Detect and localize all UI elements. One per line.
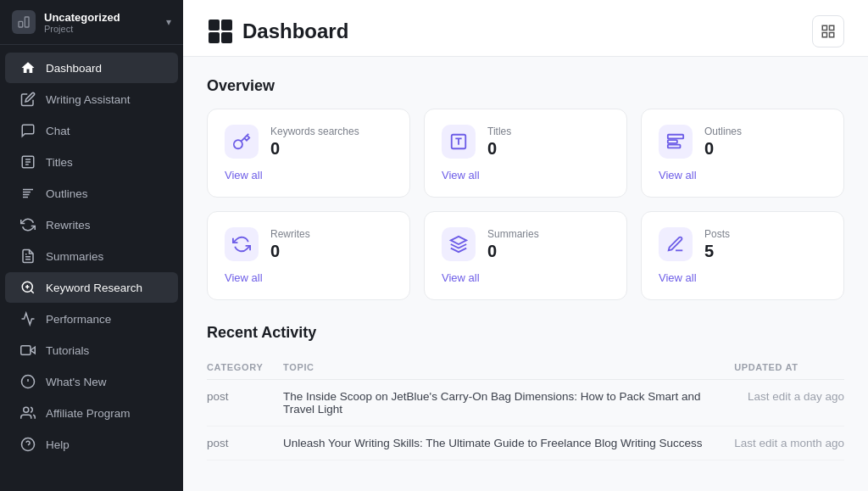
performance-icon — [19, 311, 37, 326]
column-topic: TOPIC — [283, 355, 734, 380]
sidebar-item-rewrites[interactable]: Rewrites — [5, 209, 178, 240]
card-value: 0 — [704, 139, 826, 159]
svg-rect-23 — [668, 135, 683, 139]
grid-view-button[interactable] — [812, 15, 844, 47]
project-selector[interactable]: Uncategorized Project ▾ — [0, 0, 183, 45]
titles-card-icon — [442, 125, 476, 159]
page-header: Dashboard — [183, 0, 868, 57]
card-label: Titles — [487, 126, 609, 137]
sidebar-item-dashboard[interactable]: Dashboard — [5, 53, 178, 83]
view-all-link[interactable]: View all — [442, 271, 609, 284]
home-icon — [19, 60, 37, 75]
view-all-link[interactable]: View all — [225, 271, 392, 284]
help-icon — [19, 437, 37, 452]
card-value: 0 — [487, 242, 609, 261]
table-row: post Unleash Your Writing Skills: The Ul… — [207, 427, 844, 460]
row-topic: Unleash Your Writing Skills: The Ultimat… — [283, 427, 734, 460]
overview-cards-grid: Keywords searches 0 View all Titles 0 — [207, 109, 844, 300]
page-title: Dashboard — [207, 18, 348, 45]
card-label: Outlines — [704, 126, 826, 137]
sidebar-item-label: Keyword Research — [46, 282, 164, 294]
svg-rect-17 — [221, 32, 232, 43]
sidebar-item-label: Chat — [46, 125, 164, 137]
sidebar-item-chat[interactable]: Chat — [5, 115, 178, 146]
overview-section-title: Overview — [207, 77, 844, 95]
project-sub: Project — [44, 24, 166, 34]
sidebar-item-tutorials[interactable]: Tutorials — [5, 335, 178, 365]
svg-rect-7 — [21, 346, 31, 355]
main-content: Dashboard Overview Keywords searches — [183, 0, 868, 491]
titles-icon — [19, 154, 37, 170]
outlines-card-icon — [659, 125, 693, 159]
posts-card-icon — [659, 227, 693, 261]
main-body: Overview Keywords searches 0 View all — [183, 57, 868, 491]
card-label: Rewrites — [270, 228, 392, 240]
sidebar-item-label: Outlines — [46, 187, 164, 200]
sidebar-item-label: Help — [46, 438, 164, 451]
svg-rect-21 — [830, 33, 834, 37]
view-all-link[interactable]: View all — [659, 271, 826, 284]
svg-marker-6 — [31, 347, 35, 354]
card-summaries: Summaries 0 View all — [424, 211, 627, 300]
sidebar-item-label: Dashboard — [46, 62, 164, 75]
card-label: Keywords searches — [270, 126, 392, 137]
view-all-link[interactable]: View all — [442, 169, 609, 181]
sidebar-item-keyword-research[interactable]: Keyword Research — [5, 272, 178, 303]
summaries-card-icon — [442, 227, 476, 261]
view-all-link[interactable]: View all — [225, 169, 392, 181]
card-value: 0 — [487, 139, 609, 159]
sidebar-item-affiliate-program[interactable]: Affiliate Program — [5, 398, 178, 428]
sidebar-item-label: Affiliate Program — [46, 407, 164, 420]
svg-rect-19 — [830, 25, 834, 30]
svg-rect-14 — [209, 20, 220, 31]
card-rewrites: Rewrites 0 View all — [207, 211, 410, 300]
rewrites-card-icon — [225, 227, 259, 261]
rewrites-icon — [19, 217, 37, 232]
outlines-icon — [19, 186, 37, 201]
card-keywords: Keywords searches 0 View all — [207, 109, 410, 198]
sidebar-item-titles[interactable]: Titles — [5, 147, 178, 177]
sidebar-item-label: What's New — [46, 376, 164, 388]
whats-new-icon — [19, 374, 37, 389]
chat-icon — [19, 123, 37, 138]
svg-rect-18 — [822, 25, 826, 30]
recent-activity-section: Recent Activity CATEGORY TOPIC UPDATED A… — [207, 324, 844, 460]
svg-rect-20 — [822, 33, 826, 37]
sidebar-item-outlines[interactable]: Outlines — [5, 178, 178, 209]
row-category: post — [207, 427, 283, 460]
sidebar-item-label: Performance — [46, 313, 164, 326]
card-titles: Titles 0 View all — [424, 109, 627, 198]
svg-rect-25 — [668, 145, 681, 148]
sidebar-item-writing-assistant[interactable]: Writing Assistant — [5, 84, 178, 114]
row-topic: The Inside Scoop on JetBlue's Carry-On B… — [283, 380, 734, 427]
activity-table: CATEGORY TOPIC UPDATED AT post The Insid… — [207, 355, 844, 460]
sidebar-item-label: Summaries — [46, 250, 164, 263]
card-value: 0 — [270, 139, 392, 159]
edit-pen-icon — [19, 92, 37, 107]
card-posts: Posts 5 View all — [641, 211, 844, 300]
sidebar-item-summaries[interactable]: Summaries — [5, 241, 178, 271]
sidebar-item-help[interactable]: Help — [5, 429, 178, 460]
svg-rect-24 — [668, 140, 677, 143]
affiliate-icon — [19, 405, 37, 421]
sidebar-item-whats-new[interactable]: What's New — [5, 366, 178, 397]
card-label: Posts — [704, 228, 826, 240]
project-icon — [12, 10, 36, 34]
svg-rect-1 — [25, 17, 29, 27]
card-value: 0 — [270, 242, 392, 261]
chevron-down-icon: ▾ — [166, 16, 171, 28]
column-category: CATEGORY — [207, 355, 283, 380]
svg-rect-0 — [19, 21, 23, 27]
sidebar-item-label: Writing Assistant — [46, 93, 164, 106]
summaries-icon — [19, 248, 37, 264]
row-category: post — [207, 380, 283, 427]
project-name: Uncategorized — [44, 11, 166, 24]
keyword-icon — [19, 280, 37, 295]
sidebar-nav: Dashboard Writing Assistant Chat Titles — [0, 45, 183, 491]
sidebar-item-label: Titles — [46, 156, 164, 169]
sidebar: Uncategorized Project ▾ Dashboard Writin… — [0, 0, 183, 491]
view-all-link[interactable]: View all — [659, 169, 826, 181]
sidebar-item-performance[interactable]: Performance — [5, 304, 178, 334]
sidebar-item-label: Tutorials — [46, 344, 164, 357]
svg-rect-15 — [221, 20, 232, 31]
